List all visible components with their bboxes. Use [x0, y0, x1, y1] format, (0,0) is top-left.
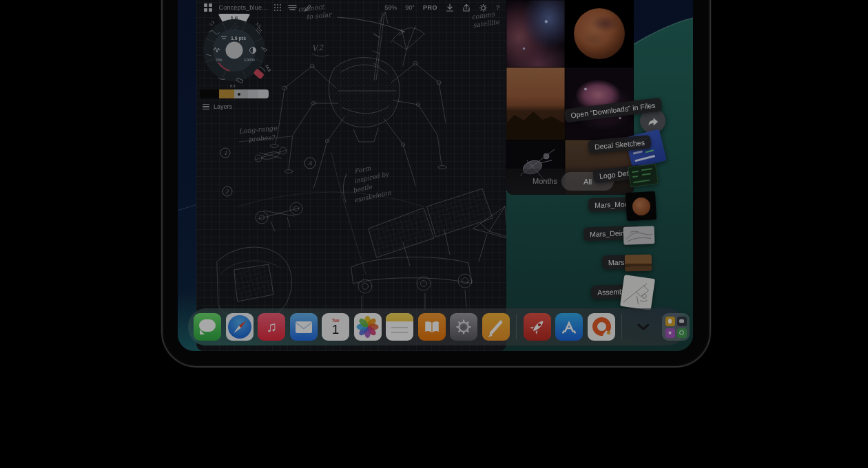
rocket-glyph	[526, 315, 549, 339]
share-forward-icon	[646, 115, 660, 127]
dock-separator	[516, 315, 517, 339]
concepts-c-dot	[607, 331, 610, 334]
open-book-glyph	[422, 318, 442, 336]
camera-mini-icon	[677, 317, 687, 326]
calendar-day: 1	[332, 323, 340, 337]
photos-app-icon[interactable]	[354, 313, 382, 341]
notes-line	[391, 332, 408, 333]
star-mini-icon: ★	[665, 328, 675, 338]
drag-thumbnail-mars[interactable]	[625, 255, 652, 272]
books-app-icon[interactable]	[418, 313, 446, 341]
concepts-app-icon[interactable]	[588, 313, 615, 341]
app-library-icon[interactable]: ★	[662, 313, 690, 341]
notes-line	[391, 327, 408, 328]
envelope-glyph	[295, 321, 313, 334]
dock-separator	[621, 315, 622, 339]
app-store-a-glyph	[558, 316, 580, 338]
drag-thumbnail-mars-model[interactable]	[626, 191, 657, 221]
music-note-glyph: ♫	[266, 319, 277, 335]
rocket-app-icon[interactable]	[524, 313, 551, 341]
pen-glyph	[482, 313, 510, 341]
speech-bubble-glyph	[199, 319, 216, 332]
safari-app-icon[interactable]	[226, 313, 254, 341]
mail-app-icon[interactable]	[290, 313, 318, 341]
settings-app-icon[interactable]	[450, 313, 477, 341]
notes-app-icon[interactable]	[386, 313, 413, 341]
dock: ♫ Tue 1	[188, 308, 685, 345]
drag-thumbnail-assembly[interactable]	[620, 275, 655, 310]
drag-and-drop-layer: Open “Downloads” in Files Decal Sketches…	[178, 0, 693, 351]
music-app-icon[interactable]: ♫	[258, 313, 285, 341]
ipad-screen: connect to solar comms satellite V.2 Lon…	[178, 0, 693, 351]
notes-header-band	[386, 313, 413, 321]
clock-mini-icon	[677, 328, 687, 338]
gear-glyph	[453, 317, 474, 337]
drag-thumbnail-mars-deimos[interactable]	[623, 226, 655, 245]
messages-app-icon[interactable]	[194, 313, 221, 341]
app-store-app-icon[interactable]	[555, 313, 583, 341]
drag-thumbnail-logo-detail[interactable]	[628, 163, 659, 187]
chevron-down-icon[interactable]	[632, 313, 655, 341]
pages-app-icon[interactable]	[482, 313, 510, 341]
calendar-app-icon[interactable]: Tue 1	[322, 313, 349, 341]
tips-mini-icon	[665, 317, 675, 326]
